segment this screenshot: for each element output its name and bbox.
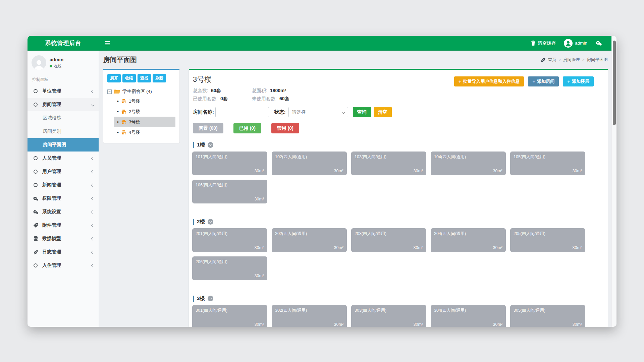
room-name: 106(四人间/通用) (196, 182, 227, 188)
sidebar-item-area-building[interactable]: 区域楼栋 (28, 111, 99, 125)
room-card[interactable]: 103(四人间/通用)30m² (351, 152, 426, 175)
room-card[interactable]: 101(四人间/通用)30m² (192, 152, 267, 175)
app-brand: 系统管理后台 (28, 39, 99, 47)
plus-icon: + (532, 79, 535, 84)
room-area: 30m² (334, 245, 343, 250)
sidebar-username: admin (50, 57, 63, 62)
room-card[interactable]: 105(四人间/通用)30m² (510, 152, 585, 175)
tree-find-button[interactable]: 查找 (138, 74, 151, 82)
search-button[interactable]: 查询 (353, 107, 371, 117)
room-name: 101(四人间/通用) (196, 154, 227, 160)
breadcrumb-item[interactable]: 首页 (548, 57, 556, 63)
chevron-left-icon (91, 250, 95, 254)
status-chip-used[interactable]: 已用 (0) (233, 123, 261, 133)
tree-node-building[interactable]: •3号楼 (114, 117, 175, 127)
sidebar-item-unit-mgmt[interactable]: 单位管理 (28, 84, 99, 98)
sidebar-item-label: 人员管理 (42, 155, 88, 161)
room-card[interactable]: 203(四人间/通用)30m² (351, 228, 426, 252)
status-select-value: 请选择 (292, 109, 306, 115)
scrollbar-thumb[interactable] (613, 41, 616, 125)
breadcrumb-item[interactable]: 房间管理 (563, 57, 580, 63)
sidebar-item-room-category[interactable]: 房间类别 (28, 125, 99, 138)
tree-expand-button[interactable]: 展开 (107, 74, 121, 82)
stat-item: 已使用套数:0套 (193, 96, 252, 102)
room-card[interactable]: 106(四人间/通用)30m² (192, 180, 267, 203)
floor-name: 3楼 (197, 295, 205, 302)
stat-item: 未使用套数:60套 (252, 96, 603, 102)
clear-cache-label: 清空缓存 (538, 40, 556, 46)
hamburger-menu-icon[interactable] (105, 41, 110, 45)
chevron-left-icon (91, 237, 95, 240)
circle-icon (32, 89, 39, 93)
sidebar-item-personnel-mgmt[interactable]: 人员管理 (28, 152, 99, 165)
room-card[interactable]: 301(四人间/通用)30m² (192, 305, 267, 327)
status-chip-idle[interactable]: 闲置 (60) (193, 123, 223, 133)
room-name: 201(四人间/通用) (196, 231, 227, 237)
tree-refresh-button[interactable]: 刷新 (153, 74, 166, 82)
leaf-icon (32, 250, 39, 255)
sidebar-item-system-settings[interactable]: 系统设置 (28, 205, 99, 219)
sidebar-item-room-mgmt[interactable]: 房间管理 (28, 98, 99, 111)
tree-node-building[interactable]: •2号楼 (114, 106, 175, 117)
sidebar-item-news-mgmt[interactable]: 新闻管理 (28, 178, 99, 192)
room-card[interactable]: 205(四人间/通用)30m² (510, 228, 585, 252)
room-name: 202(四人间/通用) (275, 231, 307, 237)
sidebar-section-label: 控制面板 (28, 74, 99, 84)
sidebar-item-attachment-mgmt[interactable]: 附件管理 (28, 219, 99, 232)
collapse-minus-icon[interactable]: − (107, 89, 112, 94)
tree-collapse-button[interactable]: 收缩 (122, 74, 136, 82)
room-card[interactable]: 305(四人间/通用)30m² (510, 305, 585, 327)
room-grid: 301(四人间/通用)30m²302(四人间/通用)30m²303(四人间/通用… (192, 305, 603, 327)
status-chip-disabled[interactable]: 禁用 (0) (271, 123, 299, 133)
room-name: 305(四人间/通用) (514, 308, 545, 313)
tree-node-building[interactable]: •1号楼 (114, 96, 175, 106)
breadcrumb-item[interactable]: 房间平面图 (587, 57, 608, 63)
tree-node-label: 2号楼 (129, 109, 140, 115)
tree-node-building[interactable]: •4号楼 (114, 127, 175, 137)
sidebar-item-room-floorplan[interactable]: 房间平面图 (28, 138, 99, 152)
user-menu[interactable]: admin (564, 39, 587, 48)
status-label: 状态: (274, 109, 286, 115)
sidebar-item-label: 新闻管理 (42, 182, 88, 188)
tree-node-label: 3号楼 (129, 119, 140, 125)
room-card[interactable]: 204(四人间/通用)30m² (431, 228, 506, 252)
room-card[interactable]: 104(四人间/通用)30m² (431, 152, 506, 175)
add-room-button[interactable]: +添加房间 (528, 76, 559, 86)
chevron-circle-down-icon[interactable] (208, 296, 213, 301)
room-card[interactable]: 303(四人间/通用)30m² (351, 305, 426, 327)
status-select[interactable]: 请选择 (288, 107, 348, 117)
room-card[interactable]: 206(四人间/通用)30m² (192, 256, 267, 280)
window-scrollbar[interactable] (611, 36, 616, 327)
batch-import-button[interactable]: +批量导入用户信息和入住信息 (454, 76, 524, 86)
clear-button[interactable]: 清空 (374, 107, 392, 117)
chevron-down-icon (209, 297, 212, 299)
room-card[interactable]: 201(四人间/通用)30m² (192, 228, 267, 252)
sidebar-item-permission-mgmt[interactable]: 权限管理 (28, 192, 99, 205)
add-floor-button[interactable]: +添加楼层 (563, 76, 594, 86)
stat-value: 1800m² (270, 88, 286, 93)
building-icon (121, 120, 126, 124)
cogs-icon (32, 196, 39, 201)
room-name-input[interactable] (215, 107, 269, 117)
sidebar-item-user-mgmt[interactable]: 用户管理 (28, 165, 99, 178)
room-card[interactable]: 202(四人间/通用)30m² (272, 228, 347, 252)
clear-cache-button[interactable]: 清空缓存 (531, 40, 556, 46)
sidebar-item-label: 权限管理 (42, 195, 88, 201)
floor-name: 1楼 (197, 141, 205, 148)
sidebar-item-checkin-mgmt[interactable]: 入住管理 (28, 259, 99, 272)
tree-root-node[interactable]: − 学生宿舍区 (4) (107, 88, 175, 95)
sidebar-item-log-mgmt[interactable]: 日志管理 (28, 245, 99, 259)
settings-menu[interactable] (595, 40, 602, 46)
sidebar-item-data-model[interactable]: 数据模型 (28, 232, 99, 245)
trash-icon (531, 41, 535, 46)
room-card[interactable]: 102(四人间/通用)30m² (272, 152, 347, 175)
room-card[interactable]: 302(四人间/通用)30m² (272, 305, 347, 327)
sidebar-item-label: 单位管理 (42, 88, 88, 94)
folder-icon (114, 89, 120, 94)
floor-header: 1楼 (193, 141, 603, 148)
room-area: 30m² (493, 169, 502, 173)
room-card[interactable]: 304(四人间/通用)30m² (431, 305, 506, 327)
chevron-circle-down-icon[interactable] (208, 219, 213, 225)
chevron-circle-down-icon[interactable] (208, 142, 213, 148)
room-name: 302(四人间/通用) (275, 308, 307, 313)
